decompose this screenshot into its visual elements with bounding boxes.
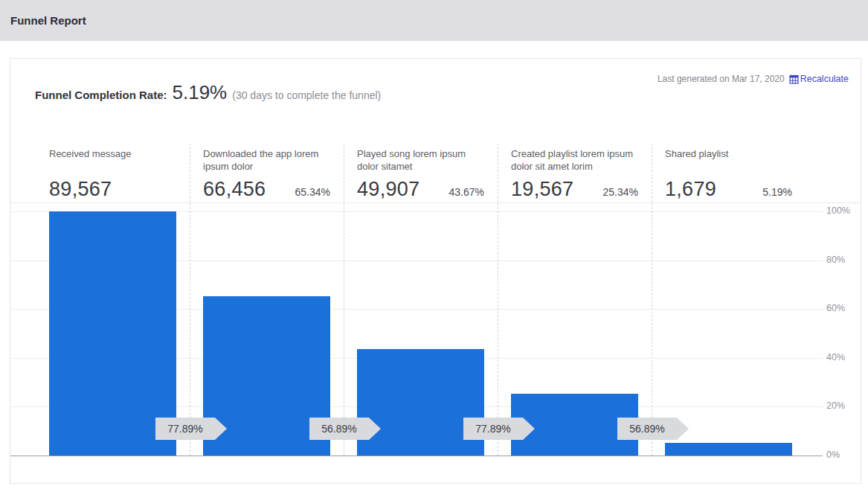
report-card: Funnel Completion Rate: 5.19% (30 days t…	[10, 58, 861, 484]
arrow-right-icon	[215, 418, 227, 440]
y-axis-tick: 100%	[826, 205, 858, 216]
step-conversion-badge: 56.89%	[309, 418, 381, 440]
page-title: Funnel Report	[10, 0, 86, 41]
step-conversion-value: 56.89%	[309, 418, 369, 440]
stage-label: Received message	[49, 147, 176, 160]
funnel-stage: Shared playlist1,6795.19%	[665, 147, 792, 201]
stage-count: 1,679	[665, 178, 716, 201]
funnel-stage: Received message89,567	[49, 147, 176, 201]
step-conversion-badge: 56.89%	[617, 418, 689, 440]
stage-conversion-percent: 5.19%	[762, 186, 792, 198]
funnel-stage: Played song lorem ipsum dolor sitamet49,…	[357, 147, 484, 201]
step-conversion-value: 77.89%	[155, 418, 215, 440]
stage-count: 19,567	[511, 178, 573, 201]
stage-label: Created playlist lorem ipsum dolor sit a…	[511, 147, 638, 173]
top-bar: Funnel Report	[0, 0, 868, 41]
stage-conversion-percent: 25.34%	[603, 186, 638, 198]
stage-divider	[498, 144, 498, 456]
stage-count: 89,567	[49, 178, 112, 201]
stage-count: 66,456	[203, 178, 266, 201]
y-axis-tick: 80%	[826, 255, 858, 265]
stage-numbers-row: 1,6795.19%	[665, 178, 792, 201]
step-conversion-value: 77.89%	[463, 418, 523, 440]
stage-numbers-row: 66,45665.34%	[203, 178, 330, 201]
stage-numbers-row: 89,567	[49, 178, 176, 201]
y-axis-tick: 0%	[826, 450, 858, 460]
arrow-right-icon	[523, 418, 535, 440]
stage-numbers-row: 19,56725.34%	[511, 178, 638, 201]
step-conversion-badge: 77.89%	[155, 418, 227, 440]
stage-label: Shared playlist	[665, 147, 792, 160]
stage-count: 49,907	[357, 178, 419, 201]
stage-label: Downloaded the app lorem ipsum dolor	[203, 147, 330, 173]
y-axis-tick: 40%	[826, 352, 858, 362]
funnel-stage: Downloaded the app lorem ipsum dolor66,4…	[203, 147, 330, 201]
y-axis-tick: 60%	[826, 303, 858, 313]
stage-numbers-row: 49,90743.67%	[357, 178, 484, 201]
stage-divider	[652, 144, 652, 456]
stage-divider	[190, 144, 190, 456]
arrow-right-icon	[677, 418, 689, 440]
step-conversion-value: 56.89%	[617, 418, 677, 440]
stage-divider	[344, 144, 344, 456]
funnel-chart: 100%80%60%40%20%0%Received message89,567…	[10, 59, 861, 483]
arrow-right-icon	[369, 418, 381, 440]
step-conversion-badge: 77.89%	[463, 418, 535, 440]
y-axis-tick: 20%	[826, 400, 858, 411]
stage-label: Played song lorem ipsum dolor sitamet	[357, 147, 484, 173]
x-axis-line	[10, 456, 823, 456]
funnel-bar[interactable]	[665, 443, 792, 456]
stage-conversion-percent: 43.67%	[449, 186, 484, 198]
stage-conversion-percent: 65.34%	[295, 186, 330, 198]
funnel-stage: Created playlist lorem ipsum dolor sit a…	[511, 147, 638, 201]
